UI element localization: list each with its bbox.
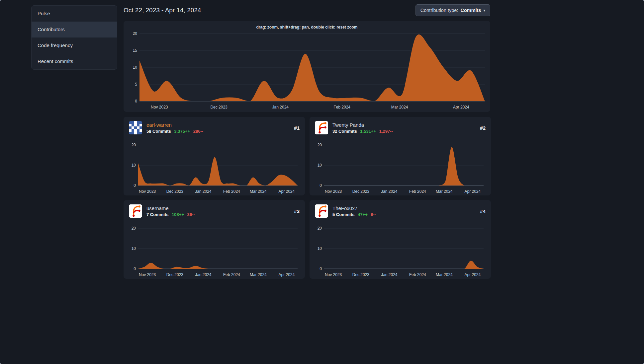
svg-text:Apr 2024: Apr 2024 (453, 105, 469, 109)
svg-text:Mar 2024: Mar 2024 (436, 272, 453, 277)
contributor-commits-chart[interactable]: 01020Nov 2023Dec 2023Jan 2024Feb 2024Mar… (126, 142, 302, 195)
sidebar-item-recent-commits[interactable]: Recent commits (32, 53, 117, 69)
main-content: Oct 22, 2023 - Apr 14, 2024 Contribution… (124, 0, 490, 279)
svg-text:0: 0 (134, 183, 136, 188)
activity-sidebar: Pulse Contributors Code frequency Recent… (31, 5, 117, 70)
svg-text:Nov 2023: Nov 2023 (325, 189, 342, 194)
svg-text:Apr 2024: Apr 2024 (465, 189, 481, 194)
svg-text:10: 10 (133, 65, 138, 70)
additions-count: 3,375++ (174, 129, 190, 134)
svg-text:0: 0 (134, 266, 136, 271)
svg-text:Nov 2023: Nov 2023 (325, 272, 342, 277)
svg-text:Mar 2024: Mar 2024 (391, 105, 408, 109)
contributor-card-0: earl-warren 58 Commits 3,375++ 286-- #1 … (124, 117, 305, 195)
contributor-card-header: Twenty Panda 32 Commits 1,531++ 1,297-- … (310, 117, 491, 139)
contributor-commits-chart[interactable]: 01020Nov 2023Dec 2023Jan 2024Feb 2024Mar… (312, 142, 488, 195)
main-contributions-chart[interactable]: 05101520Nov 2023Dec 2023Jan 2024Feb 2024… (126, 31, 488, 110)
svg-text:Jan 2024: Jan 2024 (381, 272, 398, 277)
svg-text:20: 20 (133, 31, 138, 36)
svg-text:Jan 2024: Jan 2024 (195, 189, 212, 194)
svg-text:Dec 2023: Dec 2023 (166, 272, 184, 277)
additions-count: 108++ (172, 212, 184, 217)
forgejo-logo-avatar-image (129, 204, 142, 218)
svg-text:10: 10 (132, 163, 136, 168)
svg-text:Mar 2024: Mar 2024 (250, 272, 267, 277)
contributor-card-2: username 7 Commits 108++ 36-- #3 01020No… (124, 200, 305, 279)
svg-text:20: 20 (132, 143, 136, 147)
contributor-name[interactable]: Twenty Panda (332, 122, 476, 128)
avatar[interactable] (129, 204, 142, 218)
avatar[interactable] (129, 121, 142, 134)
svg-text:Feb 2024: Feb 2024 (409, 189, 426, 194)
forgejo-logo-avatar-image (315, 121, 328, 134)
svg-text:Mar 2024: Mar 2024 (436, 189, 453, 194)
sidebar-item-contributors[interactable]: Contributors (32, 22, 117, 37)
svg-text:Nov 2023: Nov 2023 (151, 105, 168, 109)
svg-text:20: 20 (318, 143, 322, 147)
contributor-card-header: earl-warren 58 Commits 3,375++ 286-- #1 (124, 117, 305, 139)
avatar[interactable] (315, 121, 328, 134)
contributor-name[interactable]: earl-warren (146, 122, 290, 128)
contributor-commits-chart[interactable]: 01020Nov 2023Dec 2023Jan 2024Feb 2024Mar… (312, 226, 488, 278)
svg-text:15: 15 (133, 48, 138, 53)
contributor-stats: 58 Commits 3,375++ 286-- (146, 129, 290, 134)
contributor-rank: #1 (294, 125, 300, 131)
contributor-chart-container: 01020Nov 2023Dec 2023Jan 2024Feb 2024Mar… (124, 139, 305, 195)
contribution-type-label: Contribution type: (420, 8, 458, 13)
svg-text:0: 0 (135, 99, 137, 104)
svg-text:Dec 2023: Dec 2023 (352, 272, 370, 277)
chart-zoom-hint: drag: zoom, shift+drag: pan, double clic… (126, 25, 488, 30)
deletions-count: 6-- (371, 212, 376, 217)
contributor-card-header: username 7 Commits 108++ 36-- #3 (124, 200, 305, 222)
contributor-card-header: TheFox0x7 5 Commits 47++ 6-- #4 (310, 200, 491, 222)
svg-text:20: 20 (318, 226, 322, 231)
deletions-count: 1,297-- (379, 129, 393, 134)
contribution-type-value: Commits (460, 8, 481, 13)
contributor-name[interactable]: username (146, 205, 290, 211)
svg-text:10: 10 (318, 246, 322, 251)
sidebar-item-pulse[interactable]: Pulse (32, 6, 117, 22)
svg-text:0: 0 (320, 266, 322, 271)
svg-text:Nov 2023: Nov 2023 (139, 189, 156, 194)
contributor-rank: #4 (480, 208, 486, 214)
svg-text:Dec 2023: Dec 2023 (210, 105, 228, 109)
activity-page: Pulse Contributors Code frequency Recent… (0, 0, 644, 364)
svg-text:Nov 2023: Nov 2023 (139, 272, 156, 277)
contributor-info: Twenty Panda 32 Commits 1,531++ 1,297-- (332, 122, 476, 134)
svg-text:Feb 2024: Feb 2024 (409, 272, 426, 277)
contributor-stats: 5 Commits 47++ 6-- (332, 212, 476, 217)
contributor-name[interactable]: TheFox0x7 (332, 205, 476, 211)
deletions-count: 36-- (187, 212, 195, 217)
svg-text:Jan 2024: Jan 2024 (195, 272, 212, 277)
svg-text:Jan 2024: Jan 2024 (272, 105, 289, 109)
commit-count: 58 Commits (146, 129, 171, 134)
svg-text:Feb 2024: Feb 2024 (223, 189, 240, 194)
svg-text:Mar 2024: Mar 2024 (250, 189, 267, 194)
svg-text:Dec 2023: Dec 2023 (166, 189, 184, 194)
svg-text:20: 20 (132, 226, 136, 231)
commit-count: 5 Commits (332, 212, 354, 217)
contributor-chart-container: 01020Nov 2023Dec 2023Jan 2024Feb 2024Mar… (124, 222, 305, 279)
chevron-down-icon: ▾ (483, 9, 485, 12)
additions-count: 47++ (358, 212, 368, 217)
contributor-info: earl-warren 58 Commits 3,375++ 286-- (146, 122, 290, 134)
contributor-rank: #2 (480, 125, 486, 131)
svg-text:Jan 2024: Jan 2024 (381, 189, 398, 194)
svg-text:Apr 2024: Apr 2024 (279, 189, 295, 194)
deletions-count: 286-- (193, 129, 203, 134)
contributor-stats: 7 Commits 108++ 36-- (146, 212, 290, 217)
contributor-card-1: Twenty Panda 32 Commits 1,531++ 1,297-- … (310, 117, 491, 195)
avatar[interactable] (315, 204, 328, 218)
svg-text:Dec 2023: Dec 2023 (352, 189, 370, 194)
contributor-chart-container: 01020Nov 2023Dec 2023Jan 2024Feb 2024Mar… (310, 222, 491, 279)
svg-text:Apr 2024: Apr 2024 (279, 272, 295, 277)
main-chart-panel: drag: zoom, shift+drag: pan, double clic… (124, 21, 490, 112)
contributor-info: TheFox0x7 5 Commits 47++ 6-- (332, 205, 476, 217)
svg-text:10: 10 (132, 246, 136, 251)
contributor-commits-chart[interactable]: 01020Nov 2023Dec 2023Jan 2024Feb 2024Mar… (126, 226, 302, 278)
forgejo-logo-avatar-image (315, 204, 328, 218)
contribution-type-dropdown[interactable]: Contribution type: Commits ▾ (415, 4, 490, 16)
sidebar-item-code-frequency[interactable]: Code frequency (32, 37, 117, 53)
svg-text:0: 0 (320, 183, 322, 188)
commit-count: 32 Commits (332, 129, 357, 134)
